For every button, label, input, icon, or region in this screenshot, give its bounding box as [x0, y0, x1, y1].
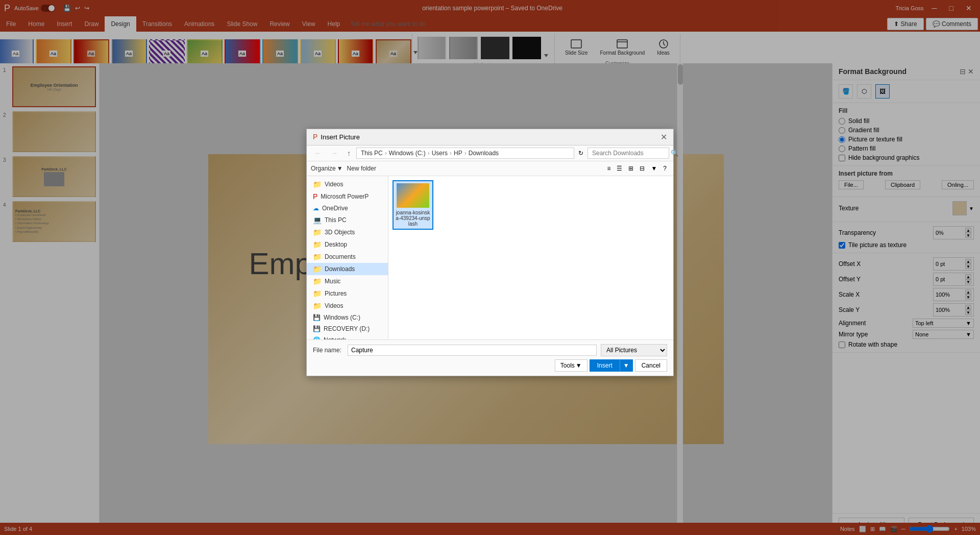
dlg-onedrive[interactable]: ☁ OneDrive — [307, 203, 388, 214]
dlg-desktop-label: Desktop — [325, 241, 347, 248]
dlg-ppt[interactable]: P Microsoft PowerP — [307, 190, 388, 203]
dlg-network-label: Network — [324, 336, 346, 339]
dlg-videos-1-label: Videos — [325, 181, 343, 188]
crumb-downloads: Downloads — [469, 150, 499, 157]
tools-area: Tools ▼ — [555, 359, 587, 372]
dlg-documents[interactable]: 📁 Documents — [307, 251, 388, 263]
drive-c-icon: 💾 — [313, 314, 321, 321]
file-thumbnail — [397, 183, 429, 208]
dialog-content[interactable]: joanna-kosinska-439234-unsplash — [388, 176, 673, 339]
drive-d-icon: 💾 — [313, 325, 321, 332]
dlg-recovery-label: RECOVERY (D:) — [324, 325, 370, 332]
list-view-button[interactable]: ≡ — [604, 163, 613, 174]
crumb-this-pc: This PC — [361, 150, 383, 157]
dlg-downloads-label: Downloads — [325, 265, 355, 273]
insert-split-button: Insert ▼ — [590, 359, 633, 372]
crumb-users: Users — [432, 150, 448, 157]
insert-dropdown-arrow[interactable]: ▼ — [620, 360, 632, 371]
filename-row: File name: All Pictures — [313, 344, 667, 356]
dialog-app-icon: P — [313, 133, 317, 141]
refresh-button[interactable]: ↻ — [576, 149, 585, 158]
search-icon: 🔍 — [671, 150, 678, 157]
dlg-network[interactable]: 🌐 Network — [307, 334, 388, 339]
dlg-pictures-label: Pictures — [325, 290, 347, 297]
filetype-select[interactable]: All Pictures — [601, 344, 667, 356]
tiles-view-button[interactable]: ⊞ — [626, 163, 636, 174]
dialog-address-bar: ← → ↑ This PC › Windows (C:) › Users › H… — [307, 145, 673, 161]
insert-button[interactable]: Insert — [590, 360, 620, 371]
tools-button[interactable]: Tools ▼ — [555, 359, 587, 372]
dialog-title-text: Insert Picture — [321, 133, 360, 141]
dialog-toolbar: Organize ▼ New folder ≡ ☰ ⊞ ⊟ ▼ ? — [307, 161, 673, 176]
pc-icon: 💻 — [313, 216, 322, 224]
search-box: 🔍 — [587, 148, 669, 159]
dlg-onedrive-label: OneDrive — [322, 205, 348, 212]
dlg-downloads[interactable]: 📁 Downloads — [307, 263, 388, 275]
desktop-icon: 📁 — [313, 240, 322, 249]
music-icon: 📁 — [313, 277, 322, 285]
3d-folder-icon: 📁 — [313, 228, 322, 236]
dlg-music-label: Music — [325, 278, 340, 285]
pictures-icon: 📁 — [313, 289, 322, 298]
dialog-titlebar: P Insert Picture ✕ — [307, 129, 673, 145]
dlg-3d-label: 3D Objects — [325, 229, 355, 236]
large-icons-button[interactable]: ⊟ — [637, 163, 647, 174]
onedrive-icon: ☁ — [313, 205, 319, 212]
forward-button[interactable]: → — [327, 148, 341, 159]
dialog-overlay: P Insert Picture ✕ ← → ↑ This PC › Windo… — [0, 0, 980, 535]
back-button[interactable]: ← — [311, 148, 325, 159]
dlg-3d-objects[interactable]: 📁 3D Objects — [307, 226, 388, 238]
network-icon: 🌐 — [313, 336, 321, 339]
ppt-icon: P — [313, 192, 317, 201]
dlg-videos-2[interactable]: 📁 Videos — [307, 300, 388, 312]
file-item-1[interactable]: joanna-kosinska-439234-unsplash — [393, 180, 433, 230]
help-button[interactable]: ? — [660, 163, 669, 174]
dialog-footer: File name: All Pictures Tools ▼ Insert ▼ — [307, 339, 673, 376]
dialog-close-button[interactable]: ✕ — [660, 132, 667, 142]
details-view-button[interactable]: ☰ — [614, 163, 625, 174]
videos-icon: 📁 — [313, 302, 322, 310]
view-buttons: ≡ ☰ ⊞ ⊟ ▼ ? — [604, 163, 669, 174]
dlg-windows-c-label: Windows (C:) — [324, 314, 360, 321]
dlg-music[interactable]: 📁 Music — [307, 275, 388, 287]
documents-icon: 📁 — [313, 253, 322, 261]
footer-buttons: Tools ▼ Insert ▼ Cancel — [313, 359, 667, 372]
dlg-this-pc[interactable]: 💻 This PC — [307, 214, 388, 226]
filename-label: File name: — [313, 347, 344, 354]
dlg-desktop[interactable]: 📁 Desktop — [307, 238, 388, 251]
dlg-ppt-label: Microsoft PowerP — [321, 193, 369, 200]
tools-label: Tools — [560, 362, 575, 369]
dlg-this-pc-label: This PC — [325, 216, 347, 224]
dlg-documents-label: Documents — [325, 253, 356, 260]
dialog-search-input[interactable] — [592, 150, 669, 157]
new-folder-button[interactable]: New folder — [347, 165, 376, 172]
dlg-recovery-d[interactable]: 💾 RECOVERY (D:) — [307, 323, 388, 334]
dialog-sidebar: 📁 Videos P Microsoft PowerP ☁ OneDrive 💻… — [307, 176, 388, 339]
dlg-pictures[interactable]: 📁 Pictures — [307, 287, 388, 300]
view-more-button[interactable]: ▼ — [648, 163, 659, 174]
file-name-label: joanna-kosinska-439234-unsplash — [396, 210, 430, 227]
cancel-button[interactable]: Cancel — [635, 359, 667, 372]
organize-arrow: ▼ — [337, 165, 343, 172]
filename-input[interactable] — [348, 345, 597, 356]
dlg-windows-c[interactable]: 💾 Windows (C:) — [307, 312, 388, 323]
dlg-videos-1[interactable]: 📁 Videos — [307, 178, 388, 190]
address-path[interactable]: This PC › Windows (C:) › Users › HP › Do… — [356, 148, 574, 159]
dialog-body: 📁 Videos P Microsoft PowerP ☁ OneDrive 💻… — [307, 176, 673, 339]
tools-arrow: ▼ — [576, 362, 582, 369]
crumb-windows: Windows (C:) — [389, 150, 426, 157]
organize-label: Organize — [311, 165, 336, 172]
organize-button[interactable]: Organize ▼ — [311, 165, 343, 172]
insert-dialog: P Insert Picture ✕ ← → ↑ This PC › Windo… — [306, 129, 674, 376]
crumb-hp: HP — [454, 150, 462, 157]
downloads-icon: 📁 — [313, 265, 322, 273]
up-button[interactable]: ↑ — [344, 148, 354, 159]
folder-icon: 📁 — [313, 180, 322, 188]
dlg-videos-2-label: Videos — [325, 302, 343, 309]
